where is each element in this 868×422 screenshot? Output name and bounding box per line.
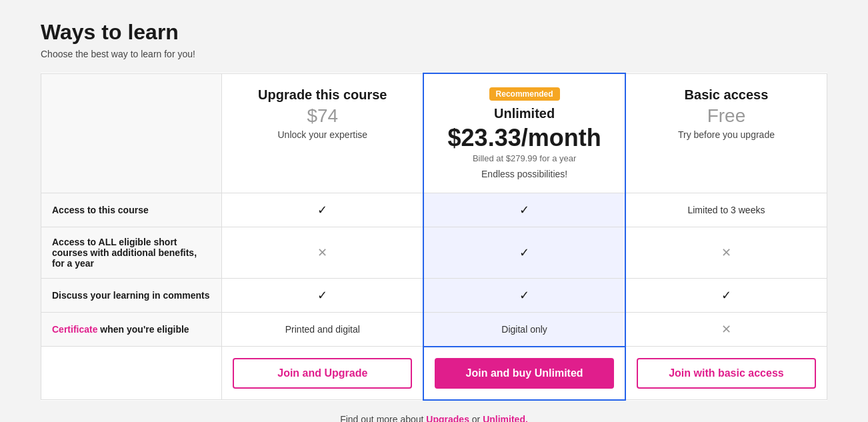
- upgrade-all-courses: ✕: [222, 227, 424, 279]
- upgrade-discuss: ✓: [222, 279, 424, 313]
- unlimited-all-courses: ✓: [423, 227, 625, 279]
- basic-plan-header: Basic access Free Try before you upgrade: [625, 73, 827, 193]
- check-icon: ✓: [519, 289, 529, 302]
- unlimited-link[interactable]: Unlimited.: [483, 414, 528, 423]
- basic-access-course: Limited to 3 weeks: [625, 193, 827, 227]
- upgrade-plan-name: Upgrade this course: [233, 87, 412, 103]
- basic-certificate: ✕: [625, 313, 827, 347]
- unlimited-plan-billing: Billed at $279.99 for a year: [435, 153, 614, 163]
- unlimited-access-course: ✓: [423, 193, 625, 227]
- basic-discuss: ✓: [625, 279, 827, 313]
- cross-icon: ✕: [721, 246, 731, 259]
- pricing-container: Ways to learn Choose the best way to lea…: [27, 0, 841, 422]
- feature-label-certificate: Certificate when you're eligible: [41, 313, 222, 347]
- feature-row-certificate: Certificate when you're eligible Printed…: [41, 313, 827, 347]
- upgrade-button-cell: Join and Upgrade: [222, 347, 424, 400]
- join-unlimited-button[interactable]: Join and buy Unlimited: [435, 358, 614, 389]
- unlimited-button-cell: Join and buy Unlimited: [423, 347, 625, 400]
- unlimited-plan-tagline: Endless possibilities!: [435, 169, 614, 179]
- basic-plan-tagline: Try before you upgrade: [637, 129, 816, 140]
- unlimited-plan-header: Recommended Unlimited $23.33/month Bille…: [423, 73, 625, 193]
- upgrade-plan-tagline: Unlock your expertise: [233, 129, 412, 140]
- upgrade-access-course: ✓: [222, 193, 424, 227]
- feature-label-discuss: Discuss your learning in comments: [41, 279, 222, 313]
- unlimited-certificate: Digital only: [423, 313, 625, 347]
- check-icon: ✓: [317, 203, 327, 217]
- header-section: Ways to learn Choose the best way to lea…: [41, 20, 827, 59]
- basic-all-courses: ✕: [625, 227, 827, 279]
- basic-button-cell: Join with basic access: [625, 347, 827, 400]
- feature-row-access-course: Access to this course ✓ ✓ Limited to 3 w…: [41, 193, 827, 227]
- check-icon: ✓: [519, 246, 529, 259]
- plan-header-row: Upgrade this course $74 Unlock your expe…: [41, 73, 827, 193]
- unlimited-plan-price: $23.33/month: [435, 124, 614, 152]
- unlimited-discuss: ✓: [423, 279, 625, 313]
- feature-row-all-courses: Access to ALL eligible short courses wit…: [41, 227, 827, 279]
- unlimited-plan-name: Unlimited: [435, 106, 614, 121]
- header-label-cell: [41, 73, 222, 193]
- recommended-badge: Recommended: [435, 87, 614, 106]
- basic-plan-price: Free: [637, 105, 816, 127]
- feature-label-all-courses: Access to ALL eligible short courses wit…: [41, 227, 222, 279]
- cross-icon: ✕: [721, 323, 731, 336]
- upgrade-plan-header: Upgrade this course $74 Unlock your expe…: [222, 73, 424, 193]
- join-upgrade-button[interactable]: Join and Upgrade: [233, 358, 412, 389]
- button-row: Join and Upgrade Join and buy Unlimited …: [41, 347, 827, 400]
- footer-note: Find out more about Upgrades or Unlimite…: [41, 414, 827, 423]
- check-icon: ✓: [317, 289, 327, 302]
- check-icon: ✓: [721, 289, 731, 302]
- button-label-cell: [41, 347, 222, 400]
- upgrades-link[interactable]: Upgrades: [426, 414, 469, 423]
- upgrade-plan-price: $74: [233, 105, 412, 127]
- page-subtitle: Choose the best way to learn for you!: [41, 49, 827, 59]
- basic-plan-name: Basic access: [637, 87, 816, 103]
- feature-row-discuss: Discuss your learning in comments ✓ ✓ ✓: [41, 279, 827, 313]
- cross-icon: ✕: [317, 246, 327, 259]
- pricing-table: Upgrade this course $74 Unlock your expe…: [41, 73, 827, 401]
- check-icon: ✓: [519, 203, 529, 217]
- join-basic-button[interactable]: Join with basic access: [637, 358, 816, 389]
- page-title: Ways to learn: [41, 20, 827, 45]
- upgrade-certificate: Printed and digital: [222, 313, 424, 347]
- feature-label-access-course: Access to this course: [41, 193, 222, 227]
